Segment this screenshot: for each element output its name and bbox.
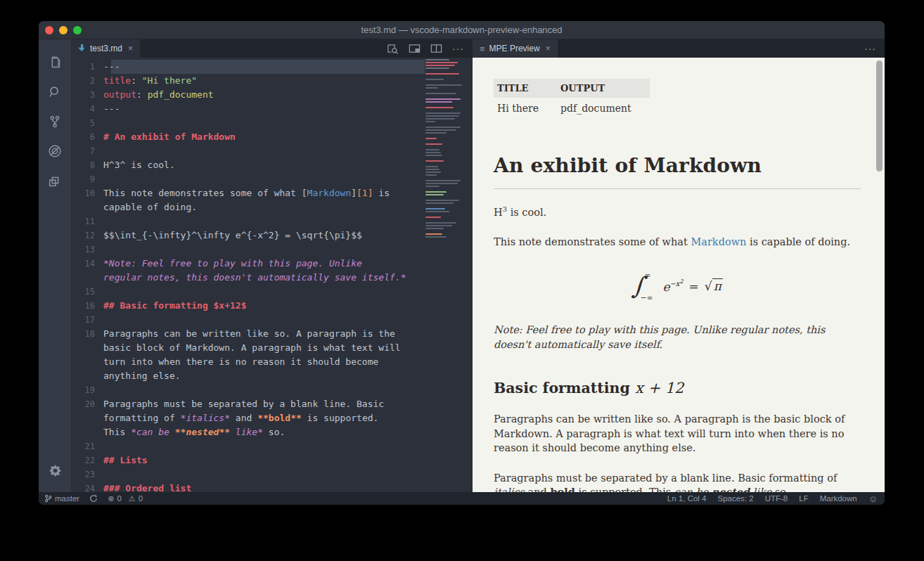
desktop-background: test3.md — vscode-markdown-preview-enhan… — [0, 0, 924, 561]
code-text: regular notes, this doesn't automaticall… — [103, 271, 406, 285]
code-line[interactable]: 23 — [71, 468, 473, 482]
markdown-file-icon — [78, 44, 86, 53]
paragraph-formatting: Paragraphs must be separated by a blank … — [494, 471, 861, 492]
line-number: 22 — [71, 453, 103, 468]
code-line[interactable]: turn into when there is no reason it sho… — [71, 355, 473, 369]
code-text: output: pdf_document — [103, 88, 214, 102]
code-line[interactable]: 13 — [71, 243, 473, 257]
code-text: ## Basic formatting $x+12$ — [103, 299, 247, 313]
code-line[interactable]: 4--- — [71, 102, 473, 116]
minimap[interactable] — [424, 59, 465, 492]
code-line[interactable]: 1--- — [71, 60, 473, 74]
markdown-link[interactable]: Markdown — [691, 236, 746, 247]
preview-scrollbar[interactable] — [876, 60, 883, 172]
code-line[interactable]: basic block of Markdown. A paragraph is … — [71, 341, 473, 355]
encoding[interactable]: UTF-8 — [765, 494, 788, 503]
line-number: 1 — [71, 60, 103, 74]
code-line[interactable]: regular notes, this doesn't automaticall… — [71, 271, 473, 285]
editor-pane[interactable]: 1---2title: "Hi there"3output: pdf_docum… — [71, 58, 473, 492]
settings-gear-icon[interactable] — [39, 456, 71, 485]
preview-h2: Basic formatting x + 12 — [494, 380, 861, 396]
code-line[interactable]: 10This note demonstrates some of what [M… — [71, 186, 473, 200]
search-icon[interactable] — [39, 77, 71, 107]
tab-close-icon[interactable]: × — [128, 44, 133, 53]
line-number: 4 — [71, 102, 103, 116]
table-header-title: TITLE — [494, 79, 557, 98]
heading-rule — [494, 188, 861, 189]
code-line[interactable]: 20Paragraphs must be separated by a blan… — [71, 397, 473, 411]
code-text: Paragraphs can be written like so. A par… — [103, 327, 395, 341]
code-text: This note demonstrates some of what [Mar… — [103, 186, 390, 200]
markdown-preview: TITLE OUTPUT Hi there pdf_document — [473, 58, 885, 492]
code-text: anything else. — [103, 369, 181, 383]
status-bar: master ⊗ 0 ⚠ 0 Ln 1, Col 4 Spaces: 2 UTF… — [39, 492, 885, 505]
code-line[interactable]: 24### Ordered list — [71, 482, 473, 492]
line-number: 17 — [71, 313, 103, 327]
line-number: 23 — [71, 468, 103, 482]
code-line[interactable]: 5 — [71, 116, 473, 130]
more-actions-icon[interactable]: ··· — [452, 44, 464, 53]
debug-icon[interactable] — [39, 136, 71, 166]
preview-more-actions-icon[interactable]: ··· — [864, 44, 876, 53]
line-number: 11 — [71, 214, 103, 228]
explorer-icon[interactable] — [39, 48, 71, 77]
code-line[interactable]: 16## Basic formatting $x+12$ — [71, 299, 473, 313]
line-number: 8 — [71, 158, 103, 172]
close-window-button[interactable] — [45, 26, 53, 34]
line-number — [71, 355, 103, 369]
code-line[interactable]: 12$$\int_{-\infty}^\infty e^{-x^2} = \sq… — [71, 228, 473, 243]
code-text: capable of doing. — [103, 200, 197, 214]
code-line[interactable]: 17 — [71, 313, 473, 327]
source-control-icon[interactable] — [39, 107, 71, 136]
code-text: basic block of Markdown. A paragraph is … — [103, 341, 401, 355]
code-line[interactable]: 14*Note: Feel free to play with this pag… — [71, 257, 473, 271]
feedback-smiley-icon[interactable]: ☺ — [868, 494, 878, 504]
code-line[interactable]: 21 — [71, 439, 473, 453]
code-line[interactable]: 18Paragraphs can be written like so. A p… — [71, 327, 473, 341]
code-line[interactable]: formatting of *italics* and **bold** is … — [71, 411, 473, 425]
tab-test3-md[interactable]: test3.md × — [71, 39, 140, 58]
editor-tab-bar: test3.md × — [71, 39, 473, 58]
tab-label: test3.md — [90, 44, 122, 53]
code-line[interactable]: 9 — [71, 172, 473, 186]
preview-tab-close-icon[interactable]: × — [546, 44, 551, 53]
code-line[interactable]: 7 — [71, 144, 473, 158]
code-line[interactable]: This *can be **nested** like* so. — [71, 425, 473, 439]
code-line[interactable]: anything else. — [71, 369, 473, 383]
git-branch-status[interactable]: master — [44, 494, 79, 503]
split-editor-icon[interactable] — [430, 44, 442, 53]
code-line[interactable]: 15 — [71, 285, 473, 299]
workbench: test3.md × — [39, 39, 885, 492]
code-text: turn into when there is no reason it sho… — [103, 355, 378, 369]
tab-mpe-preview[interactable]: ≡ MPE Preview × — [473, 39, 558, 58]
code-line[interactable]: capable of doing. — [71, 200, 473, 214]
paragraph-note: Note: Feel free to play with this page. … — [494, 323, 861, 352]
line-number: 6 — [71, 130, 103, 144]
code-line[interactable]: 3output: pdf_document — [71, 88, 473, 102]
open-changes-icon[interactable] — [409, 44, 421, 53]
cursor-position[interactable]: Ln 1, Col 4 — [667, 494, 707, 503]
line-number: 14 — [71, 257, 103, 271]
math-block: ∫ ∞ −∞ e−x2 = √π — [494, 268, 861, 304]
preview-group: ≡ MPE Preview × ··· TITLE — [473, 39, 885, 492]
minimize-window-button[interactable] — [59, 26, 68, 34]
language-mode[interactable]: Markdown — [820, 494, 857, 503]
line-number: 18 — [71, 327, 103, 341]
code-line[interactable]: 2title: "Hi there" — [71, 74, 473, 88]
open-preview-icon[interactable] — [387, 44, 399, 54]
git-branch-icon — [44, 494, 52, 503]
indentation[interactable]: Spaces: 2 — [717, 494, 753, 503]
sync-status[interactable] — [89, 494, 98, 503]
problems-status[interactable]: ⊗ 0 ⚠ 0 — [108, 494, 143, 503]
eol-sequence[interactable]: LF — [799, 494, 808, 503]
code-line[interactable]: 22## Lists — [71, 453, 473, 468]
zoom-window-button[interactable] — [73, 26, 82, 34]
preview-actions: ··· — [864, 39, 885, 58]
code-line[interactable]: 19 — [71, 383, 473, 397]
code-text: Paragraphs must be separated by a blank … — [103, 397, 384, 411]
extensions-icon[interactable] — [39, 166, 71, 195]
code-line[interactable]: 6# An exhibit of Markdown — [71, 130, 473, 144]
code-line[interactable]: 11 — [71, 214, 473, 228]
code-line[interactable]: 8H^3^ is cool. — [71, 158, 473, 172]
line-number: 13 — [71, 243, 103, 257]
